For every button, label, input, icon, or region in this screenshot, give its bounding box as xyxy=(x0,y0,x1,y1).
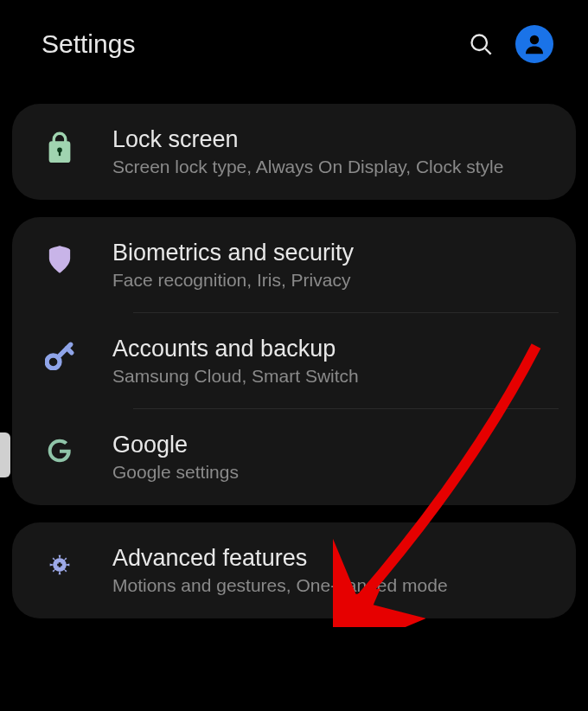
item-subtitle: Google settings xyxy=(112,462,559,483)
key-icon xyxy=(38,341,81,370)
page-title: Settings xyxy=(42,29,135,59)
svg-line-1 xyxy=(485,48,490,54)
settings-list: Lock screen Screen lock type, Always On … xyxy=(0,69,588,618)
item-text: Google Google settings xyxy=(112,432,559,483)
item-subtitle: Motions and gestures, One-handed mode xyxy=(112,575,559,596)
settings-item-google[interactable]: Google Google settings xyxy=(12,409,576,505)
item-text: Advanced features Motions and gestures, … xyxy=(112,545,559,596)
google-icon xyxy=(38,437,81,464)
svg-rect-6 xyxy=(59,151,61,157)
item-text: Accounts and backup Samsung Cloud, Smart… xyxy=(112,336,559,387)
item-subtitle: Screen lock type, Always On Display, Clo… xyxy=(112,157,559,177)
svg-point-0 xyxy=(472,35,488,51)
settings-item-accounts[interactable]: Accounts and backup Samsung Cloud, Smart… xyxy=(12,313,576,409)
svg-line-9 xyxy=(67,349,72,353)
item-title: Advanced features xyxy=(112,545,559,572)
item-subtitle: Samsung Cloud, Smart Switch xyxy=(112,366,559,387)
item-text: Biometrics and security Face recognition… xyxy=(112,240,559,291)
item-text: Lock screen Screen lock type, Always On … xyxy=(112,126,559,177)
profile-icon[interactable] xyxy=(515,25,553,63)
settings-group: Lock screen Screen lock type, Always On … xyxy=(12,104,576,200)
settings-group: Biometrics and security Face recognition… xyxy=(12,217,576,505)
gear-icon xyxy=(38,550,81,580)
item-subtitle: Face recognition, Iris, Privacy xyxy=(112,270,559,291)
settings-group: Advanced features Motions and gestures, … xyxy=(12,522,576,618)
item-title: Accounts and backup xyxy=(112,336,559,362)
settings-item-lock-screen[interactable]: Lock screen Screen lock type, Always On … xyxy=(12,104,576,200)
header-actions xyxy=(469,25,553,63)
settings-item-biometrics[interactable]: Biometrics and security Face recognition… xyxy=(12,217,576,313)
item-title: Google xyxy=(112,432,559,458)
lock-icon xyxy=(38,131,81,163)
shield-icon xyxy=(38,245,81,274)
item-title: Biometrics and security xyxy=(112,240,559,266)
svg-point-2 xyxy=(530,35,540,45)
scroll-indicator[interactable] xyxy=(0,432,10,477)
item-title: Lock screen xyxy=(112,126,559,153)
header: Settings xyxy=(0,0,588,69)
search-icon[interactable] xyxy=(469,32,493,56)
settings-item-advanced-features[interactable]: Advanced features Motions and gestures, … xyxy=(12,522,576,618)
